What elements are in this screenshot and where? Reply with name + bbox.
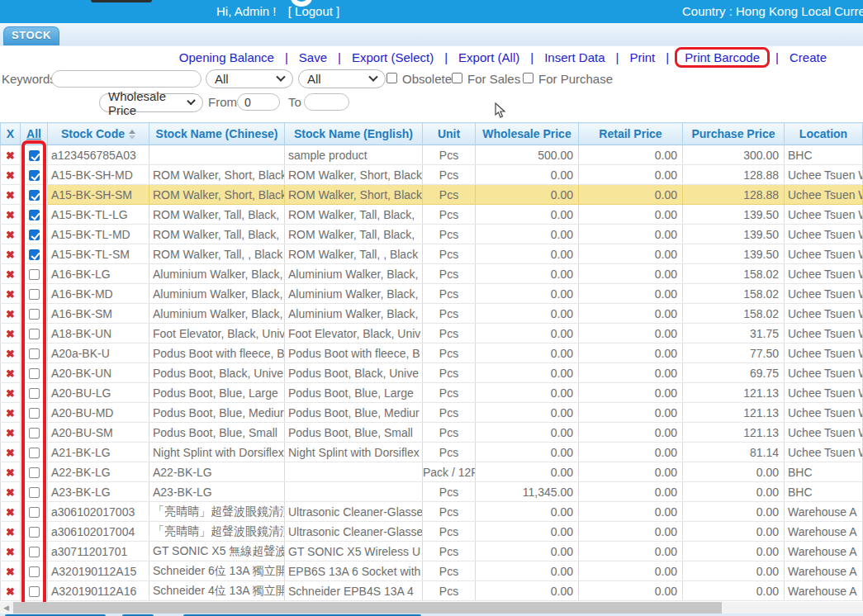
delete-row-icon[interactable]: ✖ xyxy=(6,169,15,182)
stock-code-cell[interactable]: A21-BK-LG xyxy=(48,443,149,462)
logout-link[interactable]: [ Logout ] xyxy=(288,4,340,18)
stock-code-cell[interactable]: a306102017003 xyxy=(48,502,149,522)
header-location[interactable]: Location xyxy=(785,123,863,145)
stock-code-cell[interactable]: A16-BK-LG xyxy=(48,264,149,284)
delete-row-icon[interactable]: ✖ xyxy=(6,209,15,221)
toolbar-link-insert-data[interactable]: Insert Data xyxy=(544,50,605,64)
row-checkbox[interactable] xyxy=(29,507,40,518)
stock-code-cell[interactable]: A22-BK-LG xyxy=(48,462,149,482)
row-checkbox[interactable] xyxy=(29,487,40,498)
delete-row-icon[interactable]: ✖ xyxy=(6,467,15,479)
stock-code-cell[interactable]: A23-BK-LG xyxy=(48,482,149,502)
delete-row-icon[interactable]: ✖ xyxy=(6,387,15,400)
price-from-input[interactable] xyxy=(237,93,280,111)
row-checkbox[interactable] xyxy=(29,428,40,438)
horizontal-scrollbar[interactable]: ◀ xyxy=(0,602,863,614)
stock-code-cell[interactable]: A16-BK-MD xyxy=(48,284,149,304)
toolbar-link-export-select[interactable]: Export (Select) xyxy=(352,50,434,64)
row-checkbox[interactable] xyxy=(29,527,40,538)
scroll-left-arrow-icon[interactable]: ◀ xyxy=(0,602,12,614)
row-checkbox[interactable] xyxy=(29,586,40,597)
header-stock-name-chinese[interactable]: Stock Name (Chinese) xyxy=(149,123,285,145)
header-stock-name-english[interactable]: Stock Name (English) xyxy=(285,123,423,145)
delete-row-icon[interactable]: ✖ xyxy=(6,546,15,558)
delete-row-icon[interactable]: ✖ xyxy=(6,585,15,598)
stock-code-cell[interactable]: a30711201701 xyxy=(48,542,149,562)
stock-code-cell[interactable]: A20a-BK-U xyxy=(48,344,149,363)
toolbar-link-opening-balance[interactable]: Opening Balance xyxy=(179,50,274,64)
stock-code-cell[interactable]: A320190112A15 xyxy=(48,562,149,581)
header-unit[interactable]: Unit xyxy=(423,123,476,145)
delete-row-icon[interactable]: ✖ xyxy=(6,189,15,201)
delete-row-icon[interactable]: ✖ xyxy=(6,566,15,578)
row-checkbox[interactable] xyxy=(29,408,40,419)
stock-code-cell[interactable]: A16-BK-SM xyxy=(48,304,149,324)
stock-code-cell[interactable]: A20-BU-LG xyxy=(48,383,149,403)
row-checkbox[interactable] xyxy=(29,467,40,478)
toolbar-link-export-all[interactable]: Export (All) xyxy=(458,50,519,64)
delete-row-icon[interactable]: ✖ xyxy=(6,229,15,241)
price-to-input[interactable] xyxy=(304,93,349,111)
toolbar-link-save[interactable]: Save xyxy=(299,50,327,64)
delete-row-icon[interactable]: ✖ xyxy=(6,367,15,380)
stock-code-cell[interactable]: A15-BK-SH-SM xyxy=(48,185,149,205)
delete-row-icon[interactable]: ✖ xyxy=(6,249,15,261)
delete-row-icon[interactable]: ✖ xyxy=(6,447,15,459)
scrollbar-thumb[interactable] xyxy=(13,602,722,614)
stock-code-cell[interactable]: A15-BK-TL-MD xyxy=(48,225,149,244)
keywords-input[interactable] xyxy=(51,70,202,88)
stock-code-cell[interactable]: A20-BU-SM xyxy=(48,423,149,443)
row-checkbox[interactable] xyxy=(29,448,40,458)
delete-row-icon[interactable]: ✖ xyxy=(6,328,15,340)
stock-code-cell[interactable]: A15-BK-TL-SM xyxy=(48,244,149,264)
toolbar-link-print[interactable]: Print xyxy=(629,50,655,64)
stock-code-cell[interactable]: A20-BK-UN xyxy=(48,363,149,383)
delete-row-icon[interactable]: ✖ xyxy=(6,149,15,162)
row-checkbox[interactable] xyxy=(29,348,40,359)
row-checkbox[interactable] xyxy=(29,210,40,220)
row-checkbox[interactable] xyxy=(29,388,40,399)
row-checkbox[interactable] xyxy=(29,269,40,280)
row-checkbox[interactable] xyxy=(29,329,40,339)
delete-row-icon[interactable]: ✖ xyxy=(6,308,15,320)
row-checkbox[interactable] xyxy=(29,309,40,320)
filter-checkbox-for-purchase[interactable] xyxy=(523,73,533,83)
delete-row-icon[interactable]: ✖ xyxy=(6,427,15,439)
category-select-1[interactable]: All xyxy=(206,69,293,88)
stock-code-cell[interactable]: A20-BU-MD xyxy=(48,403,149,423)
delete-row-icon[interactable]: ✖ xyxy=(6,348,15,360)
filter-checkbox-for-sales[interactable] xyxy=(452,73,462,83)
price-type-select[interactable]: Wholesale Price xyxy=(99,93,203,112)
header-delete-all[interactable]: X xyxy=(7,127,14,140)
header-wholesale-price[interactable]: Wholesale Price xyxy=(476,123,579,145)
row-checkbox[interactable] xyxy=(29,249,40,260)
row-checkbox[interactable] xyxy=(29,170,40,181)
row-checkbox[interactable] xyxy=(29,150,40,161)
tab-stock[interactable]: STOCK xyxy=(3,26,59,45)
delete-row-icon[interactable]: ✖ xyxy=(6,526,15,538)
stock-code-cell[interactable]: A15-BK-SH-MD xyxy=(48,165,149,185)
header-retail-price[interactable]: Retail Price xyxy=(579,123,683,145)
row-checkbox[interactable] xyxy=(29,566,40,577)
row-checkbox[interactable] xyxy=(29,289,40,300)
filter-checkbox-obsolete[interactable] xyxy=(386,73,397,83)
delete-row-icon[interactable]: ✖ xyxy=(6,268,15,281)
stock-code-cell[interactable]: a123456785A03 xyxy=(48,145,149,165)
stock-code-cell[interactable]: A18-BK-UN xyxy=(48,324,149,344)
toolbar-link-create[interactable]: Create xyxy=(790,50,827,64)
row-checkbox[interactable] xyxy=(29,230,40,240)
toolbar-link-print-barcode[interactable]: Print Barcode xyxy=(685,50,760,64)
delete-row-icon[interactable]: ✖ xyxy=(6,407,15,419)
delete-row-icon[interactable]: ✖ xyxy=(6,288,15,301)
delete-row-icon[interactable]: ✖ xyxy=(6,506,15,519)
sort-icon[interactable] xyxy=(129,130,135,140)
row-checkbox[interactable] xyxy=(29,190,40,201)
stock-code-cell[interactable]: A320190112A16 xyxy=(48,581,149,601)
stock-code-cell[interactable]: A15-BK-TL-LG xyxy=(48,205,149,225)
row-checkbox[interactable] xyxy=(29,547,40,557)
category-select-2[interactable]: All xyxy=(298,69,386,88)
row-checkbox[interactable] xyxy=(29,368,40,379)
header-select-all-link[interactable]: All xyxy=(26,127,41,140)
stock-code-cell[interactable]: a306102017004 xyxy=(48,522,149,542)
header-stock-code[interactable]: Stock Code xyxy=(48,123,149,145)
